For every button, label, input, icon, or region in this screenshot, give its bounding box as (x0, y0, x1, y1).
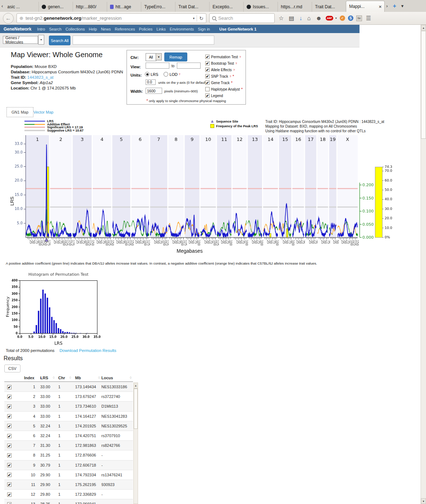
checkbox[interactable]: ✔ (205, 74, 210, 78)
table-scrollbar[interactable]: ▲ (133, 382, 138, 504)
gn-nav-link[interactable]: Environments (170, 27, 194, 31)
row-checkbox[interactable]: ✔ (7, 473, 12, 477)
gn-nav-link[interactable]: Help (89, 27, 97, 31)
reload-icon[interactable]: ↻ (199, 15, 203, 21)
scroll-down-icon[interactable]: ▼ (421, 498, 426, 504)
remap-button[interactable]: Remap (164, 52, 187, 61)
browser-search-box[interactable]: Search (209, 13, 275, 23)
table-scrollbar-thumb[interactable] (134, 389, 138, 429)
units-help-marker[interactable]: ? (179, 73, 180, 76)
tab-gn1-map[interactable]: GN1 Map (6, 107, 33, 117)
gn-nav-link[interactable]: Links (156, 27, 166, 31)
adblock-caret-icon[interactable]: ▾ (335, 17, 337, 20)
tab-scroll-left-icon[interactable]: ‹ (0, 3, 4, 9)
new-tab-button[interactable]: + (389, 3, 400, 9)
search-category-select[interactable]: Genes / Molecules (3, 36, 38, 44)
browser-tab[interactable]: Trait Dat... (175, 2, 209, 12)
chr-select[interactable]: All (146, 53, 156, 61)
checkbox[interactable]: ✔ (205, 55, 210, 59)
selenium-icon[interactable]: Se (356, 15, 362, 21)
help-marker[interactable]: ? (235, 62, 237, 65)
downloads-icon[interactable]: ↓ (298, 15, 303, 22)
view-to-input[interactable] (177, 63, 201, 69)
home-icon[interactable]: ⌂ (306, 15, 312, 22)
row-checkbox[interactable]: ✔ (7, 502, 12, 504)
lrs-radio[interactable] (145, 72, 150, 77)
proxy-icon[interactable]: ✔ (340, 15, 345, 21)
tab-list-icon[interactable]: ▾ (400, 3, 405, 9)
row-checkbox[interactable]: ✔ (7, 395, 12, 399)
chr-select-caret-icon[interactable]: ▼ (156, 53, 162, 60)
row-checkbox[interactable]: ✔ (7, 414, 12, 418)
scroll-up-icon[interactable]: ▲ (421, 25, 426, 31)
gn-nav-link[interactable]: News (101, 27, 111, 31)
category-caret-icon[interactable]: ▾ (38, 35, 44, 45)
help-marker[interactable]: ? (230, 75, 231, 78)
checkbox[interactable]: ✔ (205, 68, 210, 72)
adblock-icon[interactable]: ABP (326, 16, 333, 20)
tab-close-icon[interactable]: × (379, 4, 382, 9)
column-header-locus[interactable]: Locus◊ (101, 376, 133, 380)
gn-nav-link[interactable]: Search (49, 27, 61, 31)
browser-tab[interactable]: http:...880/ (73, 2, 107, 12)
column-header-chr[interactable]: Chr◊ (56, 376, 73, 380)
checkbox[interactable]: ✔ (205, 61, 210, 65)
gn-nav-link[interactable]: Collections (65, 27, 85, 31)
browser-tab[interactable]: Issues... (243, 2, 278, 12)
gn-brand[interactable]: GeneNetwork (4, 27, 31, 32)
genome-map-canvas[interactable] (9, 135, 395, 252)
url-bar[interactable]: ⊕ test-gn2.genenetwork.org/marker_regres… (17, 13, 206, 23)
row-checkbox[interactable]: ✔ (7, 434, 12, 438)
bookmarks-clipboard-icon[interactable]: ▤ (288, 15, 295, 22)
row-checkbox[interactable]: ✔ (7, 482, 12, 487)
help-marker[interactable]: ? (239, 55, 241, 59)
checkbox[interactable]: ✔ (205, 81, 210, 85)
browser-tab[interactable]: https...r.md (278, 2, 312, 12)
row-checkbox[interactable]: ✔ (7, 492, 12, 497)
url-dropdown-icon[interactable]: ▾ (193, 17, 195, 20)
lod-radio[interactable] (164, 72, 168, 77)
csv-button[interactable]: CSV (4, 365, 20, 372)
page-scrollbar[interactable]: ▲ ▼ (421, 25, 426, 504)
column-header-index[interactable]: Index▲ (18, 376, 35, 380)
row-checkbox[interactable]: ✔ (7, 404, 12, 409)
use-genenetwork1-link[interactable]: Use GeneNetwork 1 (219, 27, 256, 31)
global-search-input[interactable] (73, 36, 214, 45)
gn-nav-link[interactable]: Sign in (198, 27, 210, 31)
gn-nav-link[interactable]: Policies (139, 27, 152, 31)
table-scroll-up-icon[interactable]: ▲ (134, 383, 138, 389)
browser-tab[interactable]: htt...age (107, 2, 141, 12)
browser-tab[interactable]: Mappi...× (346, 1, 385, 12)
browser-tab[interactable]: genen... (38, 2, 73, 12)
browser-tab[interactable]: TypeErro... (141, 2, 175, 12)
yaxis-units-input[interactable] (146, 79, 156, 85)
browser-tab[interactable]: Exceptio... (209, 2, 243, 12)
column-header-lrs[interactable]: LRS◊ (35, 376, 56, 380)
row-checkbox[interactable]: ✔ (7, 463, 12, 467)
column-header-mb[interactable]: Mb◊ (73, 376, 101, 380)
tab-scroll-right-icon[interactable]: › (385, 3, 389, 9)
search-all-button[interactable]: Search All (49, 36, 70, 45)
row-checkbox[interactable]: ✔ (7, 424, 12, 428)
checkbox[interactable]: ✔ (205, 93, 210, 98)
checkbox[interactable] (205, 87, 210, 91)
page-scrollbar-thumb[interactable] (421, 31, 426, 139)
view-from-input[interactable] (146, 63, 169, 69)
menu-icon[interactable]: ☰ (365, 15, 372, 22)
browser-tab[interactable]: asic ... (4, 2, 38, 12)
width-input[interactable] (146, 88, 162, 94)
info-value[interactable]: 1443823_s_at (27, 75, 54, 79)
row-checkbox[interactable]: ✔ (7, 385, 12, 389)
bookmark-star-icon[interactable]: ☆ (278, 15, 285, 22)
row-checkbox[interactable]: ✔ (7, 444, 12, 448)
help-marker[interactable]: ? (233, 68, 235, 72)
gn-nav-link[interactable]: Intro (37, 27, 45, 31)
download-permutation-link[interactable]: Download Permutation Results (60, 348, 116, 353)
chat-icon[interactable]: ☻ (315, 15, 323, 22)
browser-tab[interactable]: Trait Dat... (312, 2, 346, 12)
back-button[interactable]: ← (3, 13, 14, 24)
session-icon[interactable]: S (348, 15, 353, 21)
gn-nav-link[interactable]: References (115, 27, 135, 31)
tab-vector-map[interactable]: Vector Map (33, 110, 54, 114)
row-checkbox[interactable]: ✔ (7, 453, 12, 458)
